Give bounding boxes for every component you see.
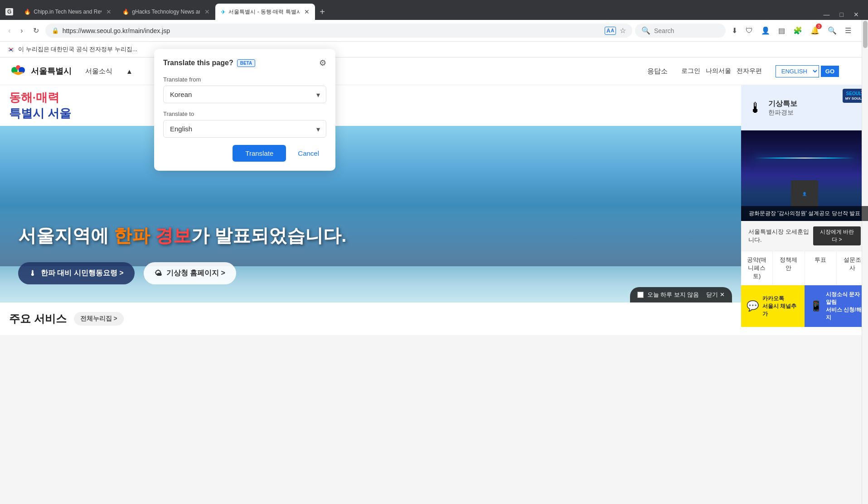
section-title: 주요 서비스 전체누리집 > [9,312,732,326]
info-bar: 🇰🇷 이 누리집은 대한민국 공식 전자정부 누리집... [0,42,868,58]
menu-icon[interactable]: ☰ [842,24,854,37]
news-image-block[interactable]: 👤 광화문광장 '감사의정원' 설계공모 당선작 발표 [741,130,868,221]
downloads-icon[interactable]: ⬇ [728,24,741,37]
page-scrollbar[interactable] [862,20,868,504]
scrollbar-thumb[interactable] [863,21,868,48]
tab-favicon-ghacks2: 🔥 [122,9,129,15]
sidebar-manifesto[interactable]: 공약(매니페스토) [741,251,773,285]
logo-line2: 특별시 서울 [9,107,71,120]
mayor-text: 서울특별시장 오세훈입니다. [748,228,813,244]
site-logo[interactable]: 서울특별시 [9,62,72,80]
tab-favicon-chipp: 🔥 [24,9,31,15]
hero-title: 서울지역에 한파 경보가 발표되었습니다. [18,223,346,248]
sidebar-policy[interactable]: 정책제안 [773,251,805,285]
logo-line1: 동해·매력 [9,91,59,104]
nav-response-center[interactable]: 응답소 [647,67,668,76]
translate-settings-icon[interactable]: ⚙ [319,58,326,68]
tab-bar: G 🔥 Chipp.in Tech News and Review... ✕ 🔥… [0,0,868,20]
email-link[interactable]: 전자우편 [737,67,762,75]
login-link[interactable]: 로그인 [681,67,700,75]
tab-ghacks2[interactable]: 🔥 gHacks Technology News and A... ✕ [117,4,215,20]
weather-homepage-button[interactable]: 🌤 기상청 홈페이지 > [144,262,236,284]
translate-to-select[interactable]: English Korean Japanese Chinese Spanish … [163,120,326,138]
tab-ghacks2-label: gHacks Technology News and A... [132,9,200,15]
main-area: 동해·매력 특별시 서울 서울지역에 한파 경보가 발표되었습니다. [0,85,868,335]
all-sites-link[interactable]: 전체누리집 > [74,312,124,326]
cancel-translate-button[interactable]: Cancel [291,145,326,162]
hero-banner: 서울지역에 한파 경보가 발표되었습니다. 🌡 한파 대비 시민행동요령 > 🌤… [0,126,741,302]
survey-label: 설문조사 [844,256,861,271]
kakao-channel-button[interactable]: 💬 카카오톡 서울시 채널추가 [741,285,805,327]
notifications-icon[interactable]: 🔔 3 [807,24,823,37]
hero-buttons: 🌡 한파 대비 시민행동요령 > 🌤 기상청 홈페이지 > [18,262,236,284]
forward-button[interactable]: › [17,25,26,37]
weather-text-block: 기상특보 한파경보 [768,99,797,117]
weather-btn-label: 기상청 홈페이지 > [166,269,225,278]
my-seoul-link[interactable]: 나의서울 [706,67,731,75]
toolbar-icons: ⬇ 🛡 👤 ▤ 🧩 🔔 3 🔍 ☰ [728,24,854,37]
extensions-icon[interactable]: 🧩 [790,24,805,37]
left-content: 동해·매력 특별시 서울 서울지역에 한파 경보가 발표되었습니다. [0,85,741,335]
mayor-section: 서울특별시장 오세훈입니다. 시장에게 바란다 > [741,221,868,251]
hero-close-button[interactable]: 닫기 ✕ [706,291,725,299]
cold-wave-icon: 🌡 [29,269,36,278]
search-bar[interactable]: 🔍 [635,24,726,38]
mayor-link-button[interactable]: 시장에게 바란다 > [813,226,861,245]
cold-wave-action-button[interactable]: 🌡 한파 대비 시민행동요령 > [18,262,135,284]
sms-notification-button[interactable]: 📱 시정소식 문자알림 서비스 신청/해지 [805,285,868,327]
new-tab-button[interactable]: + [315,4,330,20]
nav-bar: ‹ › ↻ 🔒 https://www.seoul.go.kr/main/ind… [0,20,868,42]
weather-alert-box: 🌡 기상특보 한파경보 SEOUL MY SOUL ✕ [741,85,868,130]
tab-ghacks[interactable]: G [0,4,19,20]
tab-seoul-label: 서울특별시 - 동행·매력 특별시 [228,8,300,16]
hero-close-bar: 오늘 하루 보지 않음 닫기 ✕ [630,287,732,302]
thermometer-icon: 🌡 [748,100,763,116]
search-icon: 🔍 [641,26,650,35]
translate-from-select-wrap: Korean English Japanese Chinese [163,86,326,103]
right-sidebar: 🌡 기상특보 한파경보 SEOUL MY SOUL ✕ [741,85,868,335]
translate-to-label: Translate to [163,110,326,117]
kakao-label: 카카오톡 서울시 채널추가 [762,295,799,318]
shields-icon[interactable]: 🛡 [742,25,756,37]
zoom-icon[interactable]: 🔍 [824,24,840,37]
reader-view-icon[interactable]: ▤ [775,24,788,37]
dont-show-today-checkbox[interactable] [637,292,644,298]
security-lock-icon: 🔒 [52,27,59,34]
bookmark-star-icon[interactable]: ☆ [620,26,626,35]
hero-title-space [150,226,155,245]
maximize-button[interactable]: □ [835,9,848,20]
close-button[interactable]: ✕ [849,9,863,20]
bottom-section: 주요 서비스 전체누리집 > [0,302,741,335]
nav-item2[interactable]: ▲ [126,67,133,75]
tab-seoul[interactable]: ✈ 서울특별시 - 동행·매력 특별시 ✕ [215,4,315,20]
search-input[interactable] [654,27,708,34]
address-bar[interactable]: 🔒 https://www.seoul.go.kr/main/index.jsp… [45,24,632,38]
major-services-title: 주요 서비스 [9,312,67,326]
tab-seoul-close[interactable]: ✕ [304,8,310,15]
language-go-button[interactable]: GO [821,66,839,77]
translate-page-icon[interactable]: A A [605,27,616,35]
hero-title-part1: 서울지역에 [18,226,114,245]
popup-title-block: Translate this page? BETA [163,59,255,67]
hero-highlight-gyeongbo: 경보 [155,226,191,245]
tab-chipp[interactable]: 🔥 Chipp.in Tech News and Review... ✕ [19,4,117,20]
language-select[interactable]: ENGLISH 한국어 日本語 中文 [776,65,819,77]
tab-favicon-seoul: ✈ [221,9,226,15]
reload-button[interactable]: ↻ [29,24,43,37]
translate-button[interactable]: Translate [233,145,286,162]
sidebar-vote[interactable]: 투표 [805,251,837,285]
site-name: 서울특별시 [31,66,72,77]
translate-from-select[interactable]: Korean English Japanese Chinese [163,86,326,103]
site-nav: 서울소식 ▲ [85,67,133,76]
translate-from-label: Translate from [163,76,326,83]
tab-ghacks2-close[interactable]: ✕ [204,8,210,15]
language-selector-wrap: ENGLISH 한국어 日本語 中文 GO [776,65,839,77]
minimize-button[interactable]: — [819,9,834,20]
tab-chipp-close[interactable]: ✕ [106,8,112,15]
nav-seoul-news[interactable]: 서울소식 [85,67,112,76]
translate-to-select-wrap: English Korean Japanese Chinese Spanish … [163,120,326,138]
tab-chipp-label: Chipp.in Tech News and Review... [34,9,102,15]
account-icon[interactable]: 👤 [758,24,773,37]
back-button[interactable]: ‹ [5,25,14,37]
popup-header: Translate this page? BETA ⚙ [163,58,326,68]
